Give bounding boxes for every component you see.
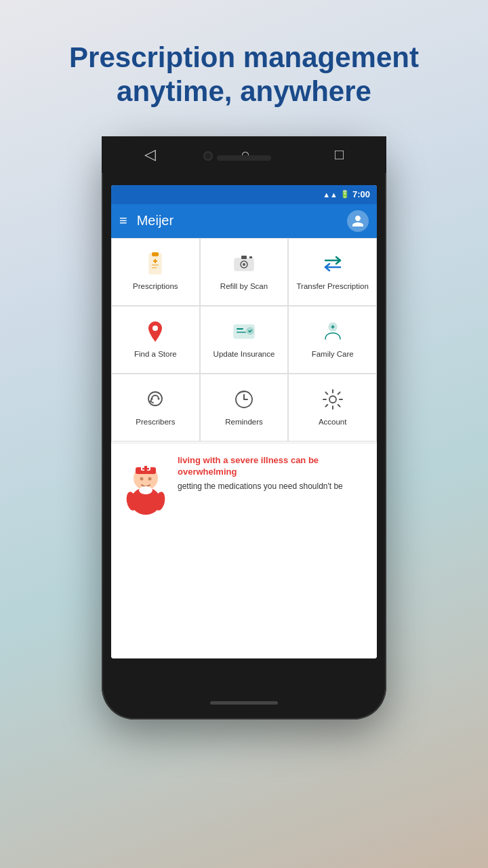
find-store-label: Find a Store bbox=[134, 349, 177, 359]
phone-screen: ▲▲ 🔋 7:00 ≡ Meijer bbox=[111, 185, 377, 658]
update-insurance-label: Update Insurance bbox=[214, 349, 275, 359]
grid-item-prescriptions[interactable]: Prescriptions bbox=[111, 238, 200, 306]
nav-recent-button[interactable]: □ bbox=[321, 140, 357, 169]
svg-point-18 bbox=[151, 398, 153, 400]
grid-item-family-care[interactable]: Family Care bbox=[288, 306, 377, 374]
status-bar: ▲▲ 🔋 7:00 bbox=[111, 185, 377, 204]
find-store-icon bbox=[146, 319, 164, 344]
svg-rect-10 bbox=[249, 256, 252, 258]
family-care-icon bbox=[321, 319, 344, 344]
prescriptions-label: Prescriptions bbox=[133, 281, 178, 292]
battery-icon: 🔋 bbox=[340, 190, 350, 199]
promo-banner: living with a severe illness can be over… bbox=[111, 444, 377, 658]
phone-camera bbox=[203, 151, 213, 161]
transfer-label: Transfer Prescription bbox=[297, 281, 369, 292]
refill-scan-label: Refill by Scan bbox=[220, 281, 268, 292]
svg-rect-9 bbox=[241, 256, 247, 259]
signal-icon: ▲▲ bbox=[323, 191, 338, 199]
grid-item-find-store[interactable]: Find a Store bbox=[111, 306, 200, 374]
phone-mockup: ▲▲ 🔋 7:00 ≡ Meijer bbox=[102, 136, 386, 719]
update-insurance-icon bbox=[232, 319, 256, 344]
phone-speaker bbox=[217, 155, 271, 161]
svg-point-8 bbox=[243, 263, 245, 266]
reminders-icon bbox=[234, 387, 254, 412]
android-nav-bar: ◁ ○ □ bbox=[102, 136, 386, 173]
headline-line1: Prescription management bbox=[69, 41, 419, 73]
grid-item-update-insurance[interactable]: Update Insurance bbox=[200, 306, 289, 374]
nav-home-button[interactable]: ○ bbox=[227, 140, 263, 169]
svg-rect-5 bbox=[152, 267, 157, 269]
svg-rect-14 bbox=[237, 332, 246, 333]
svg-point-21 bbox=[329, 396, 336, 403]
grid-item-refill-by-scan[interactable]: Refill by Scan bbox=[200, 238, 289, 306]
headline-line2: anytime, anywhere bbox=[117, 75, 371, 107]
promo-headline: living with a severe illness can be over… bbox=[178, 455, 366, 478]
nav-back-button[interactable]: ◁ bbox=[131, 140, 169, 169]
svg-rect-27 bbox=[142, 468, 149, 470]
app-bar: ≡ Meijer bbox=[111, 204, 377, 238]
prescriptions-icon bbox=[145, 252, 165, 276]
grid-item-reminders[interactable]: Reminders bbox=[200, 374, 289, 441]
svg-rect-3 bbox=[155, 259, 156, 263]
family-care-label: Family Care bbox=[312, 349, 354, 359]
promo-body: getting the medications you need shouldn… bbox=[178, 481, 366, 492]
svg-rect-4 bbox=[152, 264, 159, 266]
svg-rect-1 bbox=[152, 252, 159, 256]
menu-grid: Prescriptions Refill by Scan bbox=[111, 238, 377, 441]
prescribers-icon bbox=[145, 387, 165, 412]
grid-item-transfer-prescription[interactable]: Transfer Prescription bbox=[288, 238, 377, 306]
phone-body: ▲▲ 🔋 7:00 ≡ Meijer bbox=[102, 136, 386, 719]
transfer-icon bbox=[321, 252, 344, 276]
svg-point-30 bbox=[139, 486, 152, 494]
reminders-label: Reminders bbox=[225, 417, 263, 427]
svg-rect-0 bbox=[149, 254, 161, 274]
promo-text-block: living with a severe illness can be over… bbox=[178, 455, 366, 492]
status-time: 7:00 bbox=[352, 189, 370, 199]
phone-home-bar bbox=[210, 701, 278, 705]
svg-point-28 bbox=[140, 477, 144, 480]
svg-point-19 bbox=[158, 398, 160, 400]
grid-item-prescribers[interactable]: Prescribers bbox=[111, 374, 200, 441]
account-label: Account bbox=[319, 417, 347, 427]
hamburger-menu-icon[interactable]: ≡ bbox=[119, 213, 127, 229]
prescribers-label: Prescribers bbox=[136, 417, 175, 427]
nurse-illustration bbox=[122, 455, 169, 519]
refill-scan-icon bbox=[233, 252, 255, 276]
svg-point-11 bbox=[152, 326, 158, 331]
status-icons: ▲▲ 🔋 7:00 bbox=[323, 189, 370, 199]
svg-point-29 bbox=[148, 477, 152, 480]
app-title: Meijer bbox=[137, 213, 347, 229]
account-settings-icon bbox=[322, 387, 344, 412]
svg-point-17 bbox=[148, 392, 162, 406]
account-avatar-button[interactable] bbox=[347, 210, 369, 232]
grid-item-account[interactable]: Account bbox=[288, 374, 377, 441]
svg-rect-13 bbox=[237, 328, 243, 330]
page-headline: Prescription management anytime, anywher… bbox=[42, 0, 446, 136]
